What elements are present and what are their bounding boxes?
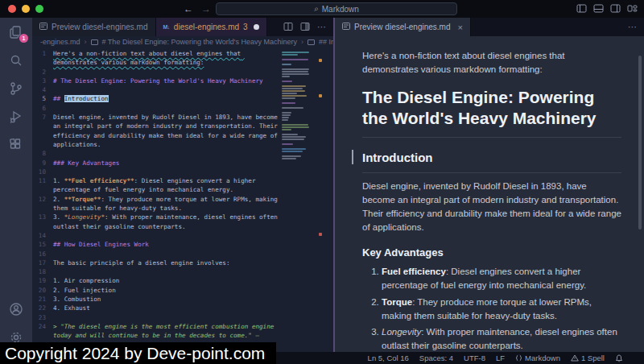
editor-line[interactable]: 202. Fuel injection xyxy=(32,286,333,295)
minimap-line xyxy=(282,97,295,99)
editor-tab-bar: Preview diesel-engines.md M↓ diesel-engi… xyxy=(32,18,333,36)
minimap-line xyxy=(282,102,295,104)
close-tab-icon[interactable]: × xyxy=(458,23,463,32)
preview-list-item: Fuel efficiency: Diesel engines convert … xyxy=(382,265,621,293)
overview-ruler-warning-marker xyxy=(319,59,322,62)
breadcrumb-h2[interactable]: ## Introduction xyxy=(319,38,333,46)
explorer-icon[interactable]: 1 xyxy=(8,24,24,40)
preview-list-item: Torque: They produce more torque at lowe… xyxy=(382,296,621,324)
line-number: 18 xyxy=(32,267,53,276)
line-content xyxy=(53,313,280,322)
notifications-bell-icon[interactable] xyxy=(615,354,623,362)
minimap-line xyxy=(282,151,303,152)
navigate-back-button[interactable]: ← xyxy=(184,2,193,15)
close-window-button[interactable] xyxy=(8,5,16,13)
command-center-search[interactable]: ⌕ Markdown xyxy=(216,2,457,15)
toggle-secondary-sidebar-icon[interactable] xyxy=(610,3,621,14)
minimap-line xyxy=(282,124,308,126)
command-center-label: Markdown xyxy=(322,5,359,14)
editor-line[interactable]: 10 xyxy=(32,168,333,176)
preview-ol: Fuel efficiency: Diesel engines convert … xyxy=(362,265,621,352)
tab-problems-badge: 3 xyxy=(243,23,248,31)
minimap-line xyxy=(282,71,308,72)
activity-bar: 1 xyxy=(0,18,32,352)
run-debug-icon[interactable] xyxy=(8,109,24,125)
preview-h2: Introduction xyxy=(362,149,621,173)
editor-line[interactable]: 122. **Torque**: They produce more torqu… xyxy=(32,195,333,213)
minimap-line xyxy=(282,93,297,94)
line-number: 17 xyxy=(32,259,53,267)
line-content xyxy=(53,85,280,94)
line-content xyxy=(53,250,280,259)
editor-line[interactable]: 224. Exhaust xyxy=(32,304,333,312)
line-content: 2. Fuel injection xyxy=(53,286,280,295)
preview-scrollbar[interactable] xyxy=(638,56,642,230)
language-mode-status[interactable]: Markdown xyxy=(515,354,560,362)
minimap-line xyxy=(282,114,291,116)
editor-line[interactable]: 111. **Fuel efficiency**: Diesel engines… xyxy=(32,176,333,195)
editor-layout-icon[interactable] xyxy=(300,20,310,35)
customize-layout-icon[interactable] xyxy=(627,3,638,14)
line-number: 3 xyxy=(32,77,53,85)
minimap-line xyxy=(282,112,291,114)
line-content: Diesel engine, invented by Rudolf Diesel… xyxy=(53,113,280,149)
minimap-line xyxy=(282,126,309,128)
editor-line[interactable]: 191. Air compression xyxy=(32,276,333,285)
minimize-window-button[interactable] xyxy=(22,5,30,13)
eol-status[interactable]: LF xyxy=(496,354,505,362)
breadcrumb[interactable]: -engines.md › # The Diesel Engine: Power… xyxy=(32,36,333,48)
tab-label: Preview diesel-engines.md xyxy=(52,23,148,31)
line-number: 21 xyxy=(32,295,53,304)
line-content xyxy=(53,104,280,113)
zoom-window-button[interactable] xyxy=(35,5,43,13)
line-content: 1. Air compression xyxy=(53,276,280,285)
navigate-forward-button[interactable]: → xyxy=(201,2,211,15)
account-icon[interactable] xyxy=(8,301,24,317)
markdown-preview-content[interactable]: Here's a non-fiction text about diesel e… xyxy=(335,36,644,352)
tab-diesel-engines[interactable]: M↓ diesel-engines.md 3 xyxy=(156,18,267,36)
search-sidebar-icon[interactable] xyxy=(8,52,24,68)
cursor-position-status[interactable]: Ln 5, Col 16 xyxy=(368,354,409,362)
breadcrumb-h1[interactable]: # The Diesel Engine: Powering the World'… xyxy=(102,38,298,46)
minimap-line xyxy=(282,90,305,92)
split-editor-icon[interactable] xyxy=(283,20,293,35)
more-actions-icon[interactable]: ⋯ xyxy=(628,22,638,32)
editor-line[interactable]: 23 xyxy=(32,313,333,322)
minimap-line xyxy=(282,129,291,130)
minimap[interactable] xyxy=(282,52,312,160)
line-content xyxy=(53,267,280,276)
window-controls xyxy=(8,5,43,13)
source-control-icon[interactable] xyxy=(8,81,24,97)
line-number: 23 xyxy=(32,313,53,322)
minimap-line xyxy=(282,139,304,140)
minimap-line xyxy=(282,119,288,121)
line-number: 22 xyxy=(32,304,53,312)
extensions-icon[interactable] xyxy=(8,137,24,153)
line-number: 8 xyxy=(32,149,53,158)
editor-body[interactable]: 1Here's a non-fiction text about diesel … xyxy=(32,48,333,352)
indentation-status[interactable]: Spaces: 4 xyxy=(419,354,453,362)
line-content xyxy=(53,68,280,77)
toggle-panel-icon[interactable] xyxy=(593,3,604,14)
encoding-status[interactable]: UTF-8 xyxy=(464,354,485,362)
toggle-primary-sidebar-icon[interactable] xyxy=(576,3,587,14)
more-actions-icon[interactable]: ⋯ xyxy=(317,22,327,32)
editor-line[interactable]: 16 xyxy=(32,250,333,259)
minimap-line xyxy=(282,59,308,60)
line-content: # The Diesel Engine: Powering the World'… xyxy=(53,77,280,85)
line-number: 11 xyxy=(32,176,53,195)
tab-markdown-preview[interactable]: Preview diesel-engines.md × xyxy=(335,18,471,36)
editor-line[interactable]: 17The basic principle of a diesel engine… xyxy=(32,259,333,267)
editor-line[interactable]: 14 xyxy=(32,231,333,240)
minimap-line xyxy=(282,88,303,89)
breadcrumb-file[interactable]: -engines.md xyxy=(40,38,80,46)
editor-line[interactable]: 213. Combustion xyxy=(32,295,333,304)
editor-line[interactable]: 133. *Longevity*: With proper maintenanc… xyxy=(32,213,333,231)
editor-line[interactable]: 15## How Diesel Engines Work xyxy=(32,240,333,249)
line-content: 3. Combustion xyxy=(53,295,280,304)
line-content: 4. Exhaust xyxy=(53,304,280,312)
markdown-symbol-icon xyxy=(308,39,315,45)
tab-preview-diesel-engines[interactable]: Preview diesel-engines.md xyxy=(32,18,156,36)
editor-line[interactable]: 18 xyxy=(32,267,333,276)
spell-checker-status[interactable]: 1 Spell xyxy=(571,354,605,362)
